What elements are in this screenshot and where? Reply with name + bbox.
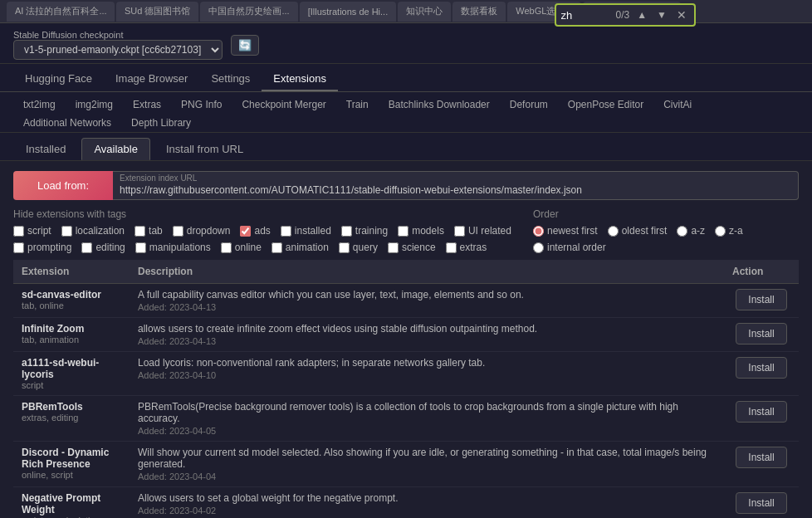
ext-description: PBRemTools(Precise background remover to… bbox=[138, 401, 716, 424]
order-oldest-first[interactable]: oldest first bbox=[608, 225, 668, 237]
order-a-z[interactable]: a-z bbox=[677, 225, 705, 237]
browser-tab-3[interactable]: 中国自然历史绘画... bbox=[200, 2, 297, 22]
order-newest-first-radio[interactable] bbox=[533, 226, 544, 237]
ext-name: PBRemTools bbox=[22, 401, 121, 413]
tag-online-checkbox[interactable] bbox=[221, 242, 232, 253]
main-nav-tabs: Hugging Face Image Browser Settings Exte… bbox=[0, 64, 812, 92]
search-next-button[interactable]: ▼ bbox=[654, 7, 669, 22]
ext-name: Discord - Dynamic Rich Presence bbox=[22, 447, 121, 470]
tag-ui-related-checkbox[interactable] bbox=[454, 226, 465, 237]
tag-tab[interactable]: tab bbox=[135, 225, 163, 237]
tag-query-checkbox[interactable] bbox=[339, 242, 350, 253]
install-button[interactable]: Install bbox=[736, 289, 786, 310]
tag-manipulations-checkbox[interactable] bbox=[135, 242, 146, 253]
tag-training-checkbox[interactable] bbox=[341, 226, 352, 237]
sub-tab-civitai[interactable]: CivitAi bbox=[653, 95, 702, 114]
tag-extras[interactable]: extras bbox=[446, 242, 487, 253]
sub-tab-checkpoint-merger[interactable]: Checkpoint Merger bbox=[232, 95, 335, 114]
reload-button[interactable]: 🔄 bbox=[231, 35, 259, 56]
browser-tab-1[interactable]: AI 法拉的自然百科全... bbox=[7, 2, 115, 22]
col-header-description: Description bbox=[130, 260, 724, 284]
hide-extensions-title: Hide extensions with tags bbox=[13, 208, 516, 220]
extensions-table: Extension Description Action sd-canvas-e… bbox=[13, 260, 799, 518]
order-z-a-radio[interactable] bbox=[715, 226, 726, 237]
tag-query[interactable]: query bbox=[339, 242, 378, 253]
install-button[interactable]: Install bbox=[736, 323, 786, 345]
checkpoint-select[interactable]: v1-5-pruned-emaonly.ckpt [cc6cb27103] bbox=[13, 40, 223, 60]
browser-tabs-bar: AI 法拉的自然百科全... SUd 德国图书馆 中国自然历史绘画... [Il… bbox=[0, 0, 812, 23]
ext-added: Added: 2023-04-13 bbox=[138, 336, 716, 346]
ext-name: a1111-sd-webui-lycoris bbox=[22, 357, 121, 380]
browser-tab-6[interactable]: 数据看板 bbox=[452, 2, 506, 22]
tag-editing[interactable]: editing bbox=[81, 242, 125, 253]
tag-localization-checkbox[interactable] bbox=[61, 226, 72, 237]
ext-tab-installed[interactable]: Installed bbox=[13, 138, 78, 160]
tag-script-checkbox[interactable] bbox=[13, 226, 24, 237]
ext-tab-install-from-url[interactable]: Install from URL bbox=[154, 138, 256, 160]
tag-editing-checkbox[interactable] bbox=[81, 242, 92, 253]
browser-tab-2[interactable]: SUd 德国图书馆 bbox=[116, 2, 198, 22]
tag-installed[interactable]: installed bbox=[281, 225, 331, 237]
sub-tab-txt2img[interactable]: txt2img bbox=[13, 95, 66, 114]
search-input[interactable] bbox=[561, 9, 611, 22]
url-input[interactable] bbox=[113, 183, 798, 199]
sub-tab-img2img[interactable]: img2img bbox=[66, 95, 123, 114]
order-internal-radio[interactable] bbox=[533, 242, 544, 253]
sub-tab-additional-networks[interactable]: Additional Networks bbox=[13, 114, 121, 132]
tag-localization[interactable]: localization bbox=[61, 225, 125, 237]
tag-prompting[interactable]: prompting bbox=[13, 242, 71, 253]
browser-tab-4[interactable]: [Illustrations de Hi... bbox=[300, 2, 397, 22]
tag-science[interactable]: science bbox=[388, 242, 436, 253]
tag-ads-checkbox[interactable] bbox=[240, 226, 251, 237]
install-button[interactable]: Install bbox=[736, 401, 786, 423]
tag-models-checkbox[interactable] bbox=[398, 226, 408, 237]
order-internal[interactable]: internal order bbox=[533, 242, 606, 253]
ext-tags: online, script bbox=[22, 470, 121, 480]
sub-tab-train[interactable]: Train bbox=[336, 95, 379, 114]
install-button[interactable]: Install bbox=[736, 447, 786, 468]
tag-ui-related[interactable]: UI related bbox=[454, 225, 511, 237]
sub-tab-deforum[interactable]: Deforum bbox=[500, 95, 558, 114]
tag-animation[interactable]: animation bbox=[271, 242, 329, 253]
tag-dropdown-checkbox[interactable] bbox=[173, 226, 183, 237]
tag-ads[interactable]: ads bbox=[240, 225, 270, 237]
tag-installed-checkbox[interactable] bbox=[281, 226, 291, 237]
tab-settings[interactable]: Settings bbox=[199, 67, 262, 91]
ext-added: Added: 2023-04-02 bbox=[138, 506, 716, 516]
tab-hugging-face[interactable]: Hugging Face bbox=[13, 67, 104, 91]
tag-online[interactable]: online bbox=[221, 242, 262, 253]
checkpoint-area: Stable Diffusion checkpoint v1-5-pruned-… bbox=[0, 23, 812, 64]
sub-tab-openpose[interactable]: OpenPose Editor bbox=[558, 95, 653, 114]
sub-tab-png-info[interactable]: PNG Info bbox=[171, 95, 232, 114]
install-button[interactable]: Install bbox=[736, 357, 786, 379]
order-a-z-radio[interactable] bbox=[677, 226, 687, 237]
load-from-button[interactable]: Load from: bbox=[13, 171, 113, 200]
search-close-button[interactable]: ✕ bbox=[674, 7, 689, 23]
tag-tab-checkbox[interactable] bbox=[135, 226, 145, 237]
tag-models[interactable]: models bbox=[398, 225, 444, 237]
sub-nav-tabs: txt2img img2img Extras PNG Info Checkpoi… bbox=[0, 92, 812, 133]
ext-added: Added: 2023-04-10 bbox=[138, 370, 716, 380]
sub-tab-batchlinks[interactable]: Batchlinks Downloader bbox=[379, 95, 500, 114]
tag-extras-checkbox[interactable] bbox=[446, 242, 457, 253]
sub-tab-extras[interactable]: Extras bbox=[123, 95, 171, 114]
ext-tab-available[interactable]: Available bbox=[81, 138, 150, 160]
tag-prompting-checkbox[interactable] bbox=[13, 242, 24, 253]
tag-training[interactable]: training bbox=[341, 225, 388, 237]
order-newest-first[interactable]: newest first bbox=[533, 225, 598, 237]
order-oldest-first-radio[interactable] bbox=[608, 226, 619, 237]
browser-tab-5[interactable]: 知识中心 bbox=[398, 2, 451, 22]
tag-script[interactable]: script bbox=[13, 225, 51, 237]
tab-label: AI 法拉的自然百科全... bbox=[15, 5, 107, 17]
tab-image-browser[interactable]: Image Browser bbox=[104, 67, 199, 91]
sub-tab-depth-library[interactable]: Depth Library bbox=[121, 114, 201, 132]
tag-science-checkbox[interactable] bbox=[388, 242, 399, 253]
tab-extensions[interactable]: Extensions bbox=[262, 67, 338, 91]
tag-dropdown[interactable]: dropdown bbox=[173, 225, 231, 237]
ext-tags: script bbox=[22, 380, 121, 390]
install-button[interactable]: Install bbox=[736, 492, 786, 514]
tag-animation-checkbox[interactable] bbox=[271, 242, 282, 253]
order-z-a[interactable]: z-a bbox=[715, 225, 743, 237]
search-prev-button[interactable]: ▲ bbox=[634, 7, 649, 22]
tag-manipulations[interactable]: manipulations bbox=[135, 242, 211, 253]
